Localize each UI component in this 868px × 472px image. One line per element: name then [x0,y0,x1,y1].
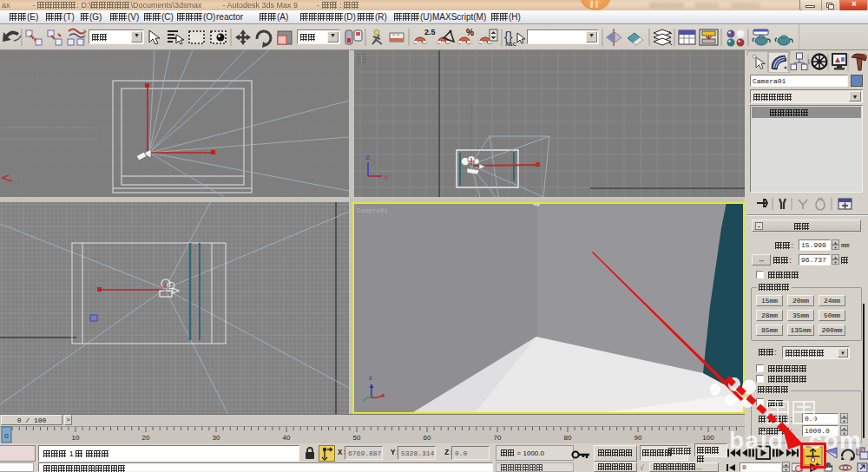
svg-text:60: 60 [424,434,431,442]
svg-text:%: % [466,28,474,37]
svg-text:2.5: 2.5 [424,28,436,36]
svg-text:20: 20 [142,434,150,442]
svg-text:Z: Z [365,154,370,161]
svg-text:50: 50 [353,434,361,442]
svg-text:90: 90 [635,434,642,442]
svg-text:0: 0 [4,432,9,440]
svg-text:ABC: ABC [505,42,517,47]
svg-text:80: 80 [564,434,572,442]
svg-text:40: 40 [283,434,291,442]
svg-text:X: X [384,174,389,181]
svg-text:30: 30 [213,434,220,442]
svg-text:70: 70 [494,434,502,442]
svg-text:10: 10 [72,434,80,442]
